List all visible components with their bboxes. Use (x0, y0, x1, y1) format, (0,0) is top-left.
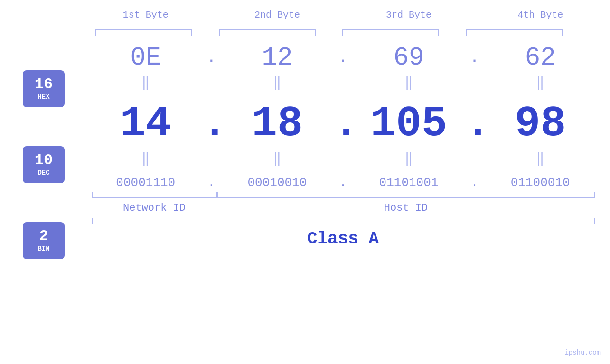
eq-2: ‖ (225, 77, 329, 90)
hex-base-number: 16 (35, 77, 53, 92)
dec-dot-1: . (202, 100, 221, 148)
host-bracket (217, 197, 595, 198)
top-bracket-3 (338, 29, 443, 38)
eq-b3: ‖ (357, 153, 461, 166)
dec-base-label: DEC (38, 169, 49, 177)
bin-value-4: 01100010 (488, 176, 592, 190)
hex-badge: 16 HEX (23, 70, 65, 107)
network-id-label: Network ID (92, 202, 217, 214)
class-label: Class A (92, 229, 595, 249)
main-container: 16 HEX 10 DEC 2 BIN 1st Byte 2nd Byte 3r… (0, 0, 610, 364)
labels-row: Network ID Host ID (92, 202, 595, 214)
bin-dot-1: . (202, 176, 221, 190)
dec-base-number: 10 (35, 153, 53, 168)
eq-3: ‖ (357, 77, 461, 90)
hex-base-label: HEX (38, 93, 49, 101)
bin-row: 00001110 . 00010010 . 01101001 . 0110001… (92, 176, 595, 190)
top-bracket-1 (92, 29, 196, 38)
bin-value-2: 00010010 (225, 176, 329, 190)
hex-dot-3: . (465, 48, 484, 67)
eq-4: ‖ (488, 77, 592, 90)
col-header-3: 3rd Byte (357, 9, 461, 20)
class-bracket (92, 224, 595, 224)
eq-b2: ‖ (225, 153, 329, 166)
eq-1: ‖ (94, 77, 198, 90)
bin-badge: 2 BIN (23, 222, 65, 259)
bin-base-number: 2 (39, 229, 48, 244)
eq-b-sign-4: ‖ (536, 152, 544, 167)
bin-dot-3: . (465, 176, 484, 190)
dec-row: 14 . 18 . 105 . 98 (92, 100, 595, 148)
dec-value-1: 14 (94, 100, 198, 148)
watermark: ipshu.com (564, 349, 601, 356)
eq-b1: ‖ (94, 153, 198, 166)
hex-row: 0E . 12 . 69 . 62 (92, 43, 595, 72)
top-bracket-2 (215, 29, 319, 38)
col-header-4: 4th Byte (488, 9, 592, 20)
host-id-label: Host ID (217, 202, 595, 214)
col-header-2: 2nd Byte (225, 9, 329, 20)
eq-b-sign-1: ‖ (141, 152, 150, 167)
dec-dot-2: . (333, 100, 352, 148)
eq-sign-1: ‖ (141, 76, 150, 91)
bin-base-label: BIN (38, 245, 49, 252)
dec-value-3: 105 (357, 100, 461, 148)
network-bracket (92, 197, 217, 198)
eq-b-sign-2: ‖ (273, 152, 281, 167)
bin-value-1: 00001110 (94, 176, 198, 190)
dec-dot-3: . (465, 100, 484, 148)
hex-dot-1: . (202, 48, 221, 67)
dec-badge: 10 DEC (23, 146, 65, 183)
col-header-1: 1st Byte (94, 9, 198, 20)
eq-sign-4: ‖ (536, 76, 544, 91)
bin-dot-2: . (333, 176, 352, 190)
dec-value-2: 18 (225, 100, 329, 148)
bottom-id-brackets (92, 197, 595, 198)
hex-value-4: 62 (488, 43, 592, 72)
eq-sign-2: ‖ (273, 76, 281, 91)
equals-row-2: ‖ ‖ ‖ ‖ (92, 153, 595, 166)
dec-value-4: 98 (488, 100, 592, 148)
bin-value-3: 01101001 (357, 176, 461, 190)
hex-dot-2: . (333, 48, 352, 67)
hex-value-2: 12 (225, 43, 329, 72)
headers-row: 1st Byte 2nd Byte 3rd Byte 4th Byte (92, 9, 595, 20)
top-bracket-4 (462, 29, 566, 38)
hex-value-1: 0E (94, 43, 198, 72)
eq-b4: ‖ (488, 153, 592, 166)
hex-value-3: 69 (357, 43, 461, 72)
eq-b-sign-3: ‖ (405, 152, 413, 167)
equals-row-1: ‖ ‖ ‖ ‖ (92, 77, 595, 90)
eq-sign-3: ‖ (405, 76, 413, 91)
top-brackets (92, 29, 595, 38)
